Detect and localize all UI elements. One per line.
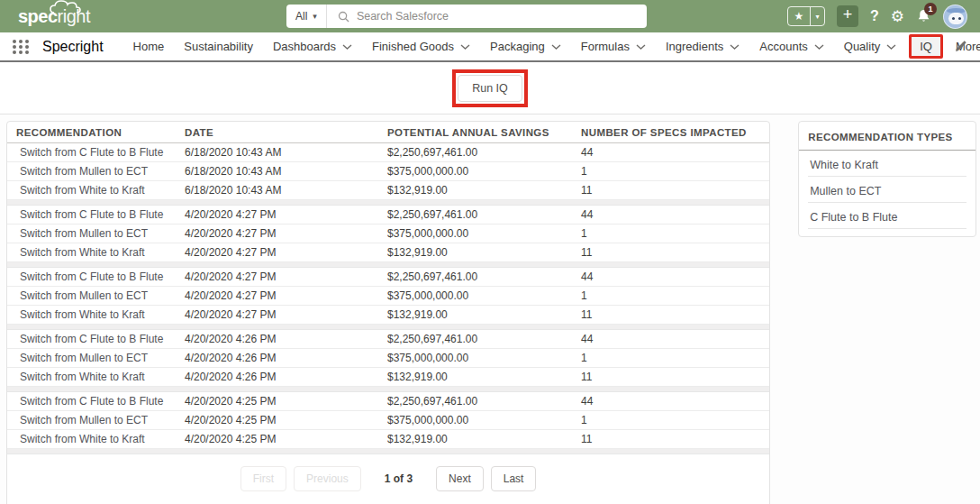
cell-rec: Switch from White to Kraft [7,184,185,197]
app-launcher-icon[interactable] [13,40,30,54]
chevron-down-icon [460,44,470,50]
cell-specs: 11 [581,308,769,321]
previous-page-button[interactable]: Previous [294,466,361,491]
global-add-icon[interactable]: + [837,5,858,27]
table-row[interactable]: Switch from C Flute to B Flute6/18/2020 … [7,143,769,162]
edit-pencil-icon[interactable] [955,40,967,56]
header-icons: ★ ▾ + ? ⚙ 1 [787,0,967,32]
setup-gear-icon[interactable]: ⚙ [891,9,904,24]
tab-home[interactable]: Home [123,32,175,60]
table-body: Switch from C Flute to B Flute6/18/2020 … [7,143,769,454]
tab-iq[interactable]: IQ [909,34,943,59]
search-input[interactable] [357,10,647,23]
column-header-savings[interactable]: POTENTIAL ANNUAL SAVINGS [387,127,581,138]
run-iq-annotation-box: Run IQ [452,69,528,107]
global-header: specright All ▾ ★ ▾ + ? ⚙ 1 [0,0,980,32]
recommendation-type-item[interactable]: Mullen to ECT [808,177,966,203]
cell-savings: $132,919.00 [387,184,581,197]
table-row[interactable]: Switch from White to Kraft4/20/2020 4:27… [7,243,769,262]
cell-date: 4/20/2020 4:25 PM [185,395,387,408]
app-name: Specright [42,39,104,55]
cell-savings: $132,919.00 [387,246,581,259]
tab-label: Dashboards [273,40,336,53]
favorites-star-icon[interactable]: ★ [788,7,810,25]
cell-rec: Switch from C Flute to B Flute [7,208,185,221]
tab-ingredients[interactable]: Ingredients [656,32,749,60]
table-row[interactable]: Switch from Mullen to ECT4/20/2020 4:25 … [7,411,769,430]
table-header-row: RECOMMENDATION DATE POTENTIAL ANNUAL SAV… [7,122,769,143]
table-row[interactable]: Switch from White to Kraft4/20/2020 4:26… [7,368,769,387]
recommendation-type-item[interactable]: C Flute to B Flute [808,203,966,229]
chevron-down-icon [551,44,561,50]
tab-packaging[interactable]: Packaging [480,32,571,60]
tab-label: Ingredients [666,40,723,53]
column-header-date[interactable]: DATE [185,127,387,138]
cell-savings: $375,000,000.00 [387,352,581,364]
specright-logo: specright [18,7,90,25]
cell-specs: 44 [581,395,769,408]
cell-specs: 1 [581,227,769,240]
table-row[interactable]: Switch from Mullen to ECT4/20/2020 4:27 … [7,225,769,243]
table-row[interactable]: Switch from White to Kraft4/20/2020 4:27… [7,306,769,325]
cell-savings: $2,250,697,461.00 [387,395,581,408]
cell-specs: 1 [581,414,769,426]
cell-date: 6/18/2020 10:43 AM [185,165,387,178]
cell-savings: $375,000,000.00 [387,165,581,178]
tab-sustainability[interactable]: Sustainability [174,32,263,60]
page-status: 1 of 3 [385,472,413,485]
tab-label: Formulas [581,40,630,53]
cell-date: 4/20/2020 4:26 PM [185,352,387,364]
cell-date: 4/20/2020 4:26 PM [185,371,387,383]
tab-finished-goods[interactable]: Finished Goods [362,32,480,60]
tab-label: Quality [844,40,880,53]
column-header-recommendation[interactable]: RECOMMENDATION [7,127,185,138]
cell-date: 4/20/2020 4:25 PM [185,414,387,426]
table-row[interactable]: Switch from C Flute to B Flute4/20/2020 … [7,268,769,287]
next-page-button[interactable]: Next [436,466,484,491]
table-row[interactable]: Switch from C Flute to B Flute4/20/2020 … [7,392,769,411]
chevron-down-icon [814,44,824,50]
search-icon [338,11,349,23]
table-row[interactable]: Switch from White to Kraft6/18/2020 10:4… [7,181,769,200]
pagination: First Previous 1 of 3 Next Last [7,466,769,491]
table-row[interactable]: Switch from Mullen to ECT4/20/2020 4:27 … [7,287,769,306]
table-row[interactable]: Switch from C Flute to B Flute4/20/2020 … [7,206,769,225]
table-row[interactable]: Switch from White to Kraft4/20/2020 4:25… [7,430,769,449]
table-row[interactable]: Switch from Mullen to ECT4/20/2020 4:26 … [7,349,769,368]
avatar[interactable] [943,5,967,29]
help-icon[interactable]: ? [870,9,879,23]
cell-specs: 44 [581,270,769,283]
cell-savings: $375,000,000.00 [387,227,581,240]
chevron-down-icon [730,44,740,50]
column-header-specs[interactable]: NUMBER OF SPECS IMPACTED [581,127,769,138]
nav-tabs: HomeSustainabilityDashboardsFinished Goo… [123,32,980,60]
last-page-button[interactable]: Last [491,466,537,491]
cell-specs: 44 [581,146,769,159]
tab-quality[interactable]: Quality [834,32,906,60]
notifications-bell-icon[interactable]: 1 [916,8,931,24]
cell-rec: Switch from C Flute to B Flute [7,333,185,345]
cell-savings: $2,250,697,461.00 [387,208,581,221]
chevron-down-icon [636,44,646,50]
cell-date: 4/20/2020 4:27 PM [185,227,387,240]
table-row[interactable]: Switch from C Flute to B Flute4/20/2020 … [7,330,769,349]
table-row[interactable]: Switch from Mullen to ECT6/18/2020 10:43… [7,162,769,181]
first-page-button[interactable]: First [240,466,286,491]
action-strip: Run IQ [0,62,980,115]
main-content: RECOMMENDATION DATE POTENTIAL ANNUAL SAV… [0,115,980,504]
cell-specs: 11 [581,246,769,259]
cell-specs: 1 [581,165,769,178]
cell-specs: 1 [581,289,769,302]
cell-specs: 1 [581,352,769,364]
tab-accounts[interactable]: Accounts [749,32,833,60]
favorites-caret-icon[interactable]: ▾ [810,7,824,25]
tab-label: Accounts [759,40,807,53]
recommendation-types-list: White to KraftMullen to ECTC Flute to B … [799,151,975,229]
group-separator [7,449,769,454]
tab-formulas[interactable]: Formulas [571,32,656,60]
run-iq-button[interactable]: Run IQ [458,75,522,102]
tab-dashboards[interactable]: Dashboards [263,32,362,60]
recommendation-type-item[interactable]: White to Kraft [808,151,966,177]
cell-rec: Switch from C Flute to B Flute [7,270,185,283]
search-scope-dropdown[interactable]: All ▾ [286,5,327,28]
